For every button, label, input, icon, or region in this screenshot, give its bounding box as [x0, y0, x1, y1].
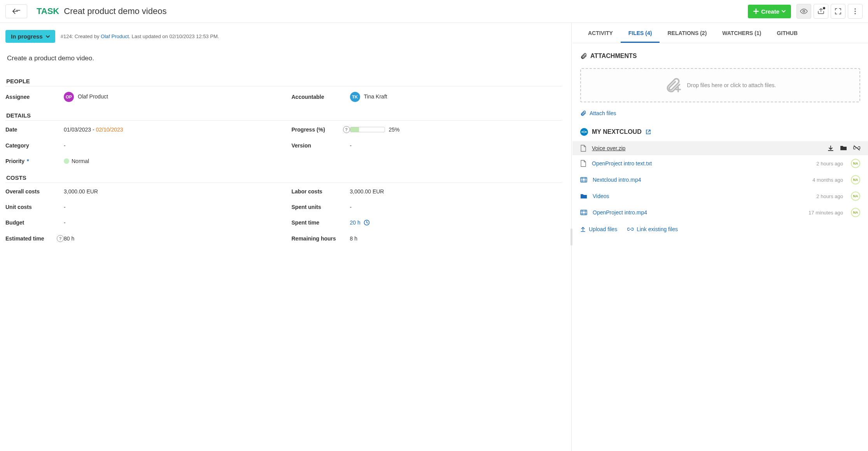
upload-files-link[interactable]: Upload files	[580, 226, 617, 232]
section-costs-header: COSTS	[6, 174, 562, 181]
file-icon	[580, 145, 586, 152]
download-icon[interactable]	[828, 145, 834, 151]
file-row[interactable]: Videos2 hours agoNA	[572, 188, 868, 204]
estimated-time-value[interactable]: 80 h	[64, 235, 276, 242]
file-name[interactable]: Videos	[593, 193, 811, 199]
chevron-down-icon	[46, 35, 50, 38]
dropzone[interactable]: Drop files here or click to attach files…	[580, 68, 860, 102]
help-icon[interactable]: ?	[343, 126, 350, 133]
open-folder-icon[interactable]	[840, 145, 847, 151]
version-label: Version	[292, 142, 350, 149]
priority-value[interactable]: Normal	[64, 158, 276, 164]
svg-rect-9	[581, 210, 587, 215]
upload-icon	[580, 226, 586, 232]
tab-watchers[interactable]: WATCHERS (1)	[714, 23, 769, 43]
assignee-label: Assignee	[5, 94, 64, 100]
back-arrow-icon	[12, 9, 20, 14]
file-name[interactable]: OpenProject intro text.txt	[592, 160, 811, 167]
unlink-icon[interactable]	[853, 145, 860, 151]
more-menu-button[interactable]	[848, 4, 863, 19]
labor-costs-value[interactable]: 3,000.00 EUR	[350, 188, 562, 195]
link-existing-files-link[interactable]: Link existing files	[627, 226, 678, 232]
svg-point-3	[854, 13, 856, 14]
assignee-value[interactable]: OPOlaf Product	[64, 92, 276, 102]
link-icon	[627, 227, 634, 232]
tabs: ACTIVITY FILES (4) RELATIONS (2) WATCHER…	[572, 23, 868, 43]
file-name[interactable]: OpenProject intro.mp4	[593, 209, 803, 216]
create-button[interactable]: Create	[748, 5, 791, 18]
svg-point-6	[583, 131, 585, 133]
priority-label: Priority *	[5, 158, 64, 164]
date-value[interactable]: 01/03/2023 - 02/10/2023	[64, 126, 276, 133]
overall-costs-value[interactable]: 3,000.00 EUR	[64, 188, 276, 195]
video-icon	[580, 177, 587, 183]
nextcloud-header: MY NEXTCLOUD	[572, 126, 868, 141]
svg-point-5	[581, 131, 583, 132]
file-row[interactable]: OpenProject intro text.txt2 hours agoNA	[572, 155, 868, 172]
file-meta: 17 minutes ago	[808, 210, 843, 216]
eye-icon	[800, 9, 808, 14]
tab-relations[interactable]: RELATIONS (2)	[660, 23, 714, 43]
unit-costs-value[interactable]: -	[64, 204, 276, 210]
file-row[interactable]: Voice over.zip	[572, 141, 868, 155]
file-row[interactable]: OpenProject intro.mp417 minutes agoNA	[572, 204, 868, 221]
external-link-icon[interactable]	[646, 129, 651, 135]
nextcloud-icon	[580, 128, 588, 136]
section-details-header: DETAILS	[6, 112, 562, 119]
attach-files-link[interactable]: Attach files	[572, 108, 868, 126]
author-link[interactable]: Olaf Product	[101, 33, 129, 39]
file-meta: 2 hours ago	[816, 193, 843, 199]
meta-info: #124: Created by Olaf Product. Last upda…	[61, 33, 219, 39]
accountable-value[interactable]: TKTina Kraft	[350, 92, 562, 102]
description[interactable]: Create a product demo video.	[7, 54, 562, 62]
details-pane: In progress #124: Created by Olaf Produc…	[0, 23, 572, 451]
attachments-header: ATTACHMENTS	[572, 43, 868, 64]
user-badge: NA	[851, 175, 860, 184]
spent-time-value[interactable]: 20 h	[350, 219, 562, 226]
category-value[interactable]: -	[64, 142, 276, 149]
estimated-time-label: Estimated time ?	[5, 235, 64, 242]
budget-value[interactable]: -	[64, 219, 276, 226]
tab-github[interactable]: GITHUB	[769, 23, 805, 43]
workpackage-title[interactable]: Creat product demo videos	[64, 6, 166, 16]
user-badge: NA	[851, 191, 860, 201]
svg-point-1	[854, 8, 856, 9]
progress-label: Progress (%) ?	[292, 126, 350, 133]
watch-button[interactable]	[796, 4, 811, 19]
back-button[interactable]	[5, 4, 27, 18]
svg-point-7	[585, 131, 586, 132]
progress-value[interactable]: 25%	[350, 126, 562, 133]
user-badge: NA	[851, 208, 860, 217]
overall-costs-label: Overall costs	[5, 188, 64, 195]
file-row[interactable]: Nextcloud intro.mp44 months agoNA	[572, 172, 868, 188]
file-meta: 4 months ago	[812, 177, 843, 183]
user-badge: NA	[851, 159, 860, 168]
header: TASK Creat product demo videos Create	[0, 0, 868, 23]
labor-costs-label: Labor costs	[292, 188, 350, 195]
help-icon[interactable]: ?	[57, 235, 64, 242]
fullscreen-button[interactable]	[831, 4, 845, 19]
remaining-hours-value[interactable]: 8 h	[350, 235, 562, 242]
unit-costs-label: Unit costs	[5, 204, 64, 210]
tab-files[interactable]: FILES (4)	[621, 23, 660, 43]
svg-point-0	[803, 11, 805, 12]
file-name[interactable]: Nextcloud intro.mp4	[593, 177, 807, 183]
file-name[interactable]: Voice over.zip	[592, 145, 822, 151]
spent-time-label: Spent time	[292, 219, 350, 226]
accountable-label: Accountable	[292, 94, 350, 100]
chevron-down-icon	[782, 10, 786, 12]
file-icon	[580, 160, 586, 167]
budget-label: Budget	[5, 219, 64, 226]
clock-icon	[364, 219, 370, 226]
folder-icon	[580, 193, 587, 199]
paperclip-plus-icon	[665, 77, 682, 94]
version-value[interactable]: -	[350, 142, 562, 149]
spent-units-value[interactable]: -	[350, 204, 562, 210]
status-dropdown[interactable]: In progress	[5, 30, 55, 43]
share-button[interactable]	[814, 4, 828, 19]
tab-activity[interactable]: ACTIVITY	[580, 23, 621, 43]
kebab-icon	[854, 8, 856, 14]
section-people-header: PEOPLE	[6, 78, 562, 84]
file-actions: Upload files Link existing files	[572, 221, 868, 238]
date-label: Date	[5, 126, 64, 133]
